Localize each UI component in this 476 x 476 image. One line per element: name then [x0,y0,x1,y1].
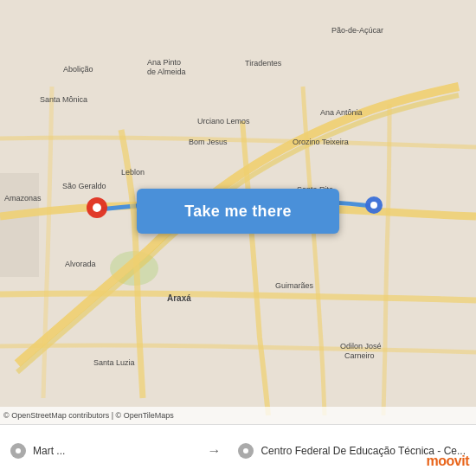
attribution-text: © OpenStreetMap contributors | © OpenTil… [3,411,174,420]
route-arrow: → [200,443,228,459]
svg-text:Ana Antônia: Ana Antônia [320,108,363,117]
moovit-logo: moovit [427,453,469,469]
svg-text:Bom Jesus: Bom Jesus [189,138,228,146]
svg-text:Alvorada: Alvorada [65,260,96,268]
svg-text:Araxá: Araxá [167,293,191,303]
destination-icon [238,443,254,459]
map-container: Pão-de-Açúcar Abolição Ana Pinto de Alme… [0,0,476,424]
take-me-there-button[interactable]: Take me there [137,189,339,234]
svg-text:Leblon: Leblon [121,168,145,177]
svg-text:de Almeida: de Almeida [147,68,186,76]
svg-text:Guimarães: Guimarães [275,281,314,290]
svg-point-30 [243,448,248,453]
svg-point-28 [370,202,377,209]
svg-point-26 [93,203,101,212]
svg-point-29 [16,448,21,453]
svg-text:Odilon José: Odilon José [340,342,382,351]
svg-text:Abolição: Abolição [63,65,93,74]
svg-text:São Geraldo: São Geraldo [62,182,106,190]
svg-text:Urciano Lemos: Urciano Lemos [197,117,250,125]
svg-text:Ana Pinto: Ana Pinto [147,58,181,67]
svg-text:Santa Luzia: Santa Luzia [93,358,135,367]
origin-icon [10,443,26,459]
svg-text:Orozino Teixeira: Orozino Teixeira [293,138,349,146]
bottom-bar: Mart ... → Centro Federal De Educação Té… [0,424,476,476]
svg-text:Santa Mônica: Santa Mônica [40,95,87,104]
map-attribution: © OpenStreetMap contributors | © OpenTil… [0,407,476,424]
svg-rect-2 [0,173,39,277]
origin-text: Mart ... [33,445,65,457]
svg-text:Tiradentes: Tiradentes [245,59,282,68]
svg-text:Pão-de-Açúcar: Pão-de-Açúcar [331,26,383,35]
svg-text:Carneiro: Carneiro [344,351,375,360]
route-origin: Mart ... [0,443,200,459]
take-me-there-label: Take me there [184,203,292,221]
svg-text:Amazonas: Amazonas [4,194,42,203]
